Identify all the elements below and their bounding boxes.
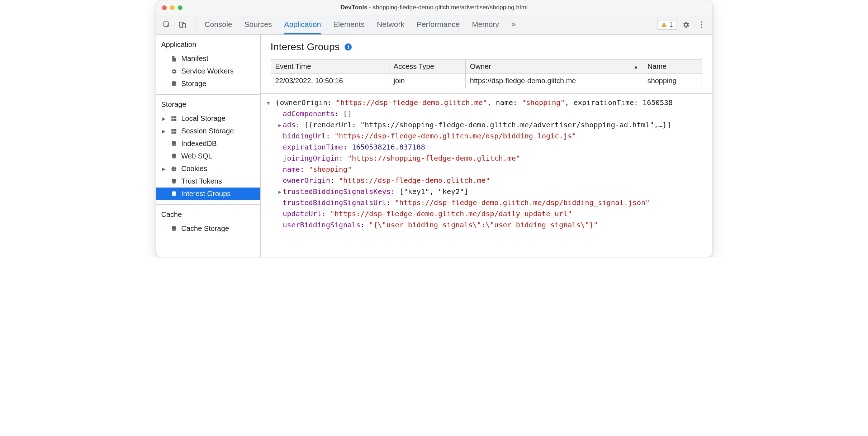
inspect-element-icon[interactable] (160, 18, 174, 32)
warning-icon (661, 22, 667, 28)
devtools-toolbar: Console Sources Application Elements Net… (156, 15, 712, 35)
table-row[interactable]: 22/03/2022, 10:50:16 join https://dsp-fl… (271, 74, 702, 88)
tab-application[interactable]: Application (284, 15, 321, 34)
tab-memory[interactable]: Memory (472, 15, 499, 34)
panel-heading: Interest Groups i (271, 41, 712, 53)
interest-groups-panel: Interest Groups i Event Time Access Type… (261, 35, 712, 257)
svg-rect-11 (174, 131, 176, 133)
db-icon (170, 226, 178, 232)
prop-userbiddingsignals[interactable]: userBiddingSignals: "{\"user_bidding_sig… (266, 219, 707, 231)
sort-asc-icon: ▲ (634, 64, 639, 70)
info-icon[interactable]: i (345, 43, 352, 51)
settings-icon[interactable] (679, 18, 693, 32)
svg-rect-10 (171, 131, 174, 133)
db-icon (170, 141, 178, 147)
gear-icon (170, 68, 178, 75)
sidebar-item-indexeddb[interactable]: IndexedDB (156, 137, 260, 150)
sidebar-item-service-workers[interactable]: Service Workers (156, 65, 260, 77)
sidebar-item-interest-groups[interactable]: Interest Groups (156, 188, 260, 200)
svg-point-18 (172, 169, 173, 170)
cookie-icon (170, 166, 178, 172)
sidebar-item-cookies[interactable]: ▶Cookies (156, 162, 260, 175)
summary-exp-key: expirationTime (573, 98, 634, 107)
cell-name: shopping (643, 74, 702, 88)
col-name[interactable]: Name (643, 60, 702, 74)
tab-network[interactable]: Network (377, 15, 404, 34)
sidebar-item-label: Web SQL (181, 152, 212, 160)
prop-name[interactable]: name: "shopping" (266, 164, 707, 175)
disclosure-open-icon[interactable]: ▼ (266, 99, 271, 107)
prop-joiningorigin[interactable]: joiningOrigin: "https://shopping-fledge-… (266, 153, 707, 164)
object-viewer: ▼ {ownerOrigin: "https://dsp-fledge-demo… (261, 93, 712, 236)
prop-adcomponents[interactable]: adComponents: [] (266, 108, 707, 119)
svg-rect-7 (174, 119, 176, 121)
zoom-window-button[interactable] (178, 5, 182, 10)
prop-updateurl[interactable]: updateUrl: "https://dsp-fledge-demo.glit… (266, 208, 707, 219)
console-warnings-pill[interactable]: 1 (657, 20, 677, 30)
tab-performance[interactable]: Performance (417, 15, 460, 34)
object-root[interactable]: ▼ {ownerOrigin: "https://dsp-fledge-demo… (266, 97, 707, 108)
disclosure-icon[interactable]: ▶ (161, 166, 166, 172)
sidebar-item-session-storage[interactable]: ▶Session Storage (156, 125, 260, 137)
minimize-window-button[interactable] (170, 5, 175, 10)
tab-sources[interactable]: Sources (245, 15, 272, 34)
tab-elements[interactable]: Elements (333, 15, 365, 34)
sidebar-item-label: Interest Groups (181, 190, 231, 198)
sidebar-item-label: IndexedDB (181, 139, 217, 148)
sidebar-item-label: Cache Storage (181, 224, 229, 233)
sidebar-item-storage[interactable]: Storage (156, 77, 260, 90)
prop-ads[interactable]: ▶ads: [{renderUrl: "https://shopping-fle… (266, 119, 707, 131)
sidebar-section-cache: Cache (156, 209, 260, 222)
svg-rect-2 (182, 23, 185, 28)
more-icon[interactable]: ⋮ (695, 18, 708, 32)
prop-expirationtime[interactable]: expirationTime: 1650538216.837188 (266, 142, 707, 153)
svg-point-16 (174, 167, 175, 168)
devtools-window: DevTools - shopping-fledge-demo.glitch.m… (156, 0, 712, 257)
sidebar-item-trust-tokens[interactable]: Trust Tokens (156, 175, 260, 188)
prop-tbs-url[interactable]: trustedBiddingSignalsUrl: "https://dsp-f… (266, 197, 707, 208)
sidebar-item-manifest[interactable]: Manifest (156, 52, 260, 65)
application-sidebar: ApplicationManifestService WorkersStorag… (156, 35, 261, 257)
disclosure-closed-icon[interactable]: ▶ (277, 188, 283, 196)
prop-ownerorigin[interactable]: ownerOrigin: "https://dsp-fledge-demo.gl… (266, 175, 707, 186)
sidebar-item-local-storage[interactable]: ▶Local Storage (156, 112, 260, 125)
svg-point-17 (174, 169, 175, 170)
device-toggle-icon[interactable] (176, 18, 189, 32)
disclosure-closed-icon[interactable]: ▶ (277, 122, 283, 129)
cell-access-type: join (389, 74, 465, 88)
close-window-button[interactable] (162, 5, 167, 10)
sidebar-item-label: Cookies (181, 165, 207, 173)
summary-owner-origin: "https://dsp-fledge-demo.glitch.me" (336, 98, 487, 107)
title-prefix: DevTools - (340, 4, 373, 11)
warning-count: 1 (669, 21, 673, 29)
sidebar-section-application: Application (156, 39, 260, 52)
svg-rect-8 (171, 129, 174, 131)
panel-tabs: Console Sources Application Elements Net… (205, 15, 516, 34)
prop-biddingurl[interactable]: biddingUrl: "https://dsp-fledge-demo.gli… (266, 131, 707, 142)
events-table: Event Time Access Type Owner▲ Name 22/03… (271, 59, 702, 88)
db-icon (170, 153, 178, 160)
svg-rect-4 (171, 116, 174, 118)
disclosure-icon[interactable]: ▶ (161, 116, 166, 122)
svg-point-15 (172, 167, 173, 168)
sidebar-item-label: Manifest (181, 54, 209, 63)
panel-heading-text: Interest Groups (271, 41, 340, 53)
toolbar-separator (195, 19, 195, 30)
sidebar-item-cache-storage[interactable]: Cache Storage (156, 222, 260, 235)
col-event-time[interactable]: Event Time (271, 60, 389, 74)
prop-tbs-keys[interactable]: ▶trustedBiddingSignalsKeys: ["key1", "ke… (266, 186, 707, 197)
sidebar-item-label: Storage (181, 80, 207, 88)
svg-rect-5 (174, 116, 176, 118)
traffic-lights (162, 5, 182, 10)
title-url: shopping-fledge-demo.glitch.me/advertise… (373, 4, 528, 11)
cell-event-time: 22/03/2022, 10:50:16 (271, 74, 389, 88)
col-access-type[interactable]: Access Type (389, 60, 465, 74)
tab-console[interactable]: Console (205, 15, 232, 34)
sidebar-item-web-sql[interactable]: Web SQL (156, 150, 260, 162)
tabs-overflow-icon[interactable]: » (511, 15, 516, 34)
disclosure-icon[interactable]: ▶ (161, 128, 166, 134)
sidebar-item-label: Service Workers (181, 67, 234, 75)
col-owner[interactable]: Owner▲ (465, 60, 643, 74)
cell-owner: https://dsp-fledge-demo.glitch.me (465, 74, 643, 88)
sidebar-section-storage: Storage (156, 99, 260, 112)
